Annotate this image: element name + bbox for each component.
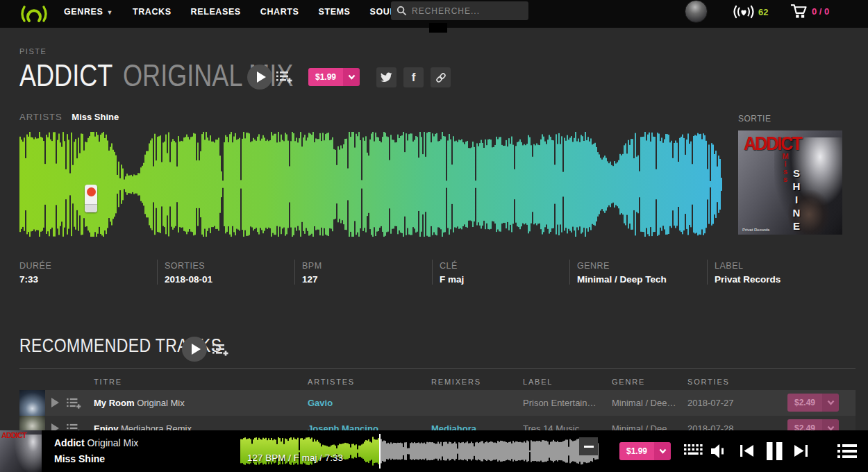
marker-dot	[87, 187, 96, 196]
chevron-down-icon	[827, 400, 835, 405]
player-bar: ADDICT Addict Original Mix Miss Shine 12…	[0, 430, 868, 472]
cart-icon	[790, 3, 808, 19]
pause-button[interactable]	[766, 442, 783, 460]
table-row[interactable]: My Room Original Mix Gavio Prison Entert…	[19, 390, 856, 416]
nav-item-releases[interactable]: RELEASES	[191, 7, 241, 17]
row-release-date: 2018-07-27	[687, 398, 753, 408]
cart-count: 0 / 0	[812, 6, 829, 17]
column-header-genre: GENRE	[612, 378, 645, 386]
meta-duration: DURÉE 7:33	[19, 260, 157, 285]
meta-label: LABEL Privat Records	[707, 260, 844, 285]
search-box	[391, 1, 528, 20]
play-icon	[257, 71, 266, 83]
top-nav: GENRES▼ TRACKS RELEASES CHARTS STEMS SOU…	[0, 0, 868, 28]
row-track-title[interactable]: My Room Original Mix	[94, 398, 295, 408]
hype-counter[interactable]: 62	[732, 3, 768, 20]
volume-button[interactable]	[711, 444, 726, 459]
share-twitter-button[interactable]	[376, 67, 397, 87]
copy-link-button[interactable]	[431, 67, 451, 87]
playhead[interactable]	[379, 434, 381, 469]
play-track-button[interactable]	[247, 65, 272, 90]
chevron-down-icon	[659, 448, 667, 454]
artwork-title-text: ADDICT	[744, 133, 801, 155]
price-label: $1.99	[308, 68, 343, 86]
chevron-down-icon: ▼	[106, 9, 113, 16]
row-queue-button[interactable]	[67, 398, 81, 410]
player-buy-button[interactable]: $1.99	[619, 442, 671, 460]
row-label: Prison Entertain…	[523, 398, 605, 408]
waveform-cursor-marker	[85, 185, 97, 212]
nav-item-stems[interactable]: STEMS	[318, 7, 350, 17]
artists-row: ARTISTS Miss Shine	[19, 112, 119, 122]
nav-item-tracks[interactable]: TRACKS	[133, 7, 172, 17]
search-icon	[397, 6, 407, 16]
column-header-release: SORTIES	[687, 378, 730, 386]
facebook-icon: f	[412, 71, 416, 85]
price-options-caret[interactable]	[343, 68, 360, 86]
keyboard-shortcuts-button[interactable]	[684, 444, 703, 458]
row-genre: Minimal / Dee…	[612, 398, 681, 408]
previous-track-button[interactable]	[740, 445, 753, 457]
release-label: SORTIE	[738, 114, 771, 124]
cart[interactable]: 0 / 0	[790, 3, 829, 19]
now-playing-artwork[interactable]: ADDICT	[0, 430, 42, 472]
nav-item-genres[interactable]: GENRES▼	[64, 7, 113, 17]
marker-base	[85, 204, 97, 212]
nav-menu: GENRES▼ TRACKS RELEASES CHARTS STEMS SOU…	[64, 0, 410, 23]
headphones-heart-icon	[732, 3, 756, 20]
link-icon	[435, 71, 447, 84]
artwork-figure	[14, 435, 42, 472]
collapse-waveform-button[interactable]	[579, 437, 598, 455]
artists-label: ARTISTS	[19, 112, 62, 122]
next-track-button[interactable]	[794, 445, 808, 457]
user-avatar[interactable]	[685, 0, 708, 23]
add-to-queue-button[interactable]	[276, 71, 292, 84]
meta-bpm: BPM 127	[294, 260, 432, 285]
meta-genre: GENRE Minimal / Deep Tech	[569, 260, 707, 285]
price-options-caret[interactable]	[822, 394, 839, 412]
chevron-down-icon	[348, 74, 356, 80]
artwork-label-text: Privat Records	[742, 228, 769, 232]
queue-list-button[interactable]	[837, 444, 857, 459]
queue-all-recommended-button[interactable]	[212, 344, 228, 357]
now-playing-artist[interactable]: Miss Shine	[54, 453, 105, 464]
now-playing-title[interactable]: Addict Original Mix	[54, 437, 138, 448]
hype-count: 62	[758, 7, 768, 17]
beatport-logo-icon[interactable]	[18, 3, 50, 24]
row-artist-link[interactable]: Gavio	[308, 398, 422, 408]
share-facebook-button[interactable]: f	[403, 67, 424, 87]
track-title: ADDICT	[19, 58, 112, 93]
column-header-title: TITRE	[94, 378, 122, 386]
column-header-remixers: REMIXERS	[431, 378, 481, 386]
play-all-recommended-button[interactable]	[182, 337, 207, 362]
beatport-track-page: GENRES▼ TRACKS RELEASES CHARTS STEMS SOU…	[0, 0, 868, 472]
artist-link[interactable]: Miss Shine	[72, 112, 119, 122]
search-dropdown-notch	[429, 23, 447, 33]
price-options-caret[interactable]	[654, 442, 671, 460]
artwork-artist-last: SHINE	[791, 167, 802, 233]
search-input[interactable]	[412, 6, 523, 16]
row-play-button[interactable]	[51, 398, 59, 407]
play-icon	[192, 344, 201, 355]
row-buy-button[interactable]: $2.49	[787, 394, 839, 412]
track-artwork-thumb[interactable]	[19, 390, 45, 416]
page-kicker: PISTE	[19, 47, 47, 56]
column-header-artists: ARTISTES	[308, 378, 355, 386]
divider	[19, 368, 856, 369]
buy-track-button[interactable]: $1.99	[308, 68, 360, 86]
meta-release-date: SORTIES 2018-08-01	[157, 260, 294, 285]
release-artwork[interactable]: ADDICT Miss SHINE Privat Records	[738, 130, 842, 235]
twitter-icon	[381, 72, 392, 83]
meta-key: CLÉ F maj	[432, 260, 569, 285]
player-waveform[interactable]: 127 BPM / F maj / 7:33	[240, 436, 599, 466]
artwork-artist-first: Miss	[781, 153, 790, 183]
nav-item-charts[interactable]: CHARTS	[260, 7, 299, 17]
track-meta: DURÉE 7:33 SORTIES 2018-08-01 BPM 127 CL…	[19, 260, 844, 285]
column-header-label: LABEL	[523, 378, 553, 386]
track-waveform[interactable]	[19, 132, 722, 237]
waveform-overlay-text: 127 BPM / F maj / 7:33	[247, 453, 343, 463]
minus-icon	[584, 446, 594, 448]
